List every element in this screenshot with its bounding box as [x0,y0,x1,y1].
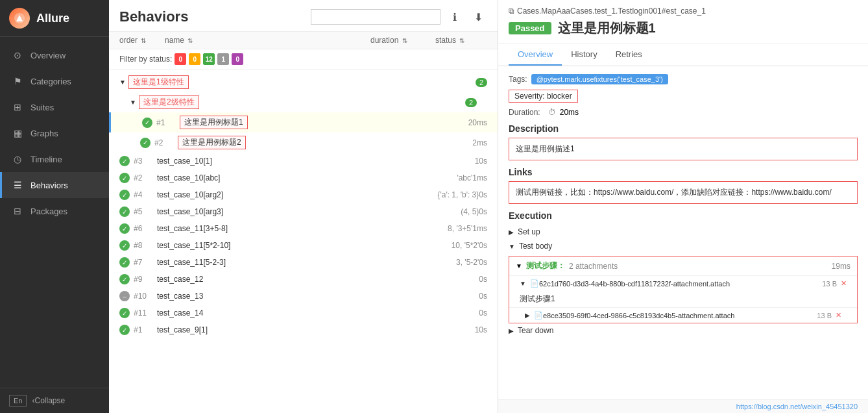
test-item[interactable]: ✓ #3 test_case_10[1] 1 0s [109,153,498,169]
sidebar-item-categories[interactable]: ⚑ Categories [0,68,109,94]
filter-broken[interactable]: 0 [189,53,200,65]
test-item[interactable]: ✓ #1 这里是用例标题1 20ms [109,112,498,132]
attach-name-2: e8ce3509-69f0-4ced-9866-c5c8193dc4b5-att… [543,312,812,319]
testbody-row[interactable]: ▼ Test body [509,239,858,253]
tab-history[interactable]: History [562,44,606,66]
test-duration: 0s [479,258,487,267]
search-input[interactable] [311,9,440,25]
behaviors-icon: ☰ [11,179,24,192]
sidebar-item-timeline[interactable]: ◷ Timeline [0,146,109,172]
attachment-2[interactable]: ▶ 📄 e8ce3509-69f0-4ced-9866-c5c8193dc4b5… [509,307,857,323]
test-item[interactable]: ✓ #4 test_case_10[arg2] {'a': 1, 'b': 3}… [109,186,498,203]
tab-retries[interactable]: Retries [607,44,651,66]
test-param: 8, '3+5' [448,224,472,233]
test-item[interactable]: ✓ #6 test_case_11[3+5-8] 8, '3+5' 1ms [109,220,498,237]
test-duration: 1ms [472,224,487,233]
file-icon: 📄 [534,311,543,319]
chevron-down-icon: ▼ [509,243,515,250]
collapse-button[interactable]: ‹ Collapse [32,396,65,405]
status-icon-pass: ✓ [119,156,130,166]
filter-label: Filter by status: [119,55,172,64]
test-item[interactable]: ✓ #11 test_case_14 0s [109,305,498,321]
execution-section: Execution ▶ Set up ▼ Test body ▼ 测试步骤： 2… [509,210,858,338]
test-name: test_case_9[1] [157,325,471,334]
test-name: test_case_14 [157,308,479,318]
col-duration-header[interactable]: duration ⇅ [370,36,435,45]
table-header: order ⇅ name ⇅ duration ⇅ status ⇅ [109,32,498,49]
test-body-header[interactable]: ▼ 测试步骤： 2 attachments 19ms [509,257,857,275]
description-section: Description 这里是用例描述1 [509,123,858,160]
test-num: #1 [134,325,153,334]
sidebar-item-overview[interactable]: ⊙ Overview [0,42,109,68]
filter-unknown[interactable]: 0 [232,53,243,65]
behaviors-panel: Behaviors ℹ ⬇ order ⇅ name ⇅ duration ⇅ … [109,0,498,413]
info-button[interactable]: ℹ [446,8,464,26]
description-box: 这里是用例描述1 [509,138,858,160]
test-item[interactable]: ✓ #1 test_case_9[1] 1 0s [109,321,498,338]
test-name: 这里是用例标题2 [178,136,472,149]
execution-title: Execution [509,210,858,221]
step-title: 测试步骤： [526,260,565,271]
group-header-1[interactable]: ▼ 这里是1级特性 2 [109,72,498,92]
setup-label: Set up [518,227,540,236]
tag-badge[interactable]: @pytest.mark.usefixtures('test_case_3') [531,74,668,84]
sidebar-item-packages[interactable]: ⊟ Packages [0,198,109,224]
test-item[interactable]: ✓ #2 test_case_10[abc] 'abc' 1ms [109,169,498,186]
sidebar-item-behaviors[interactable]: ☰ Behaviors [0,172,109,198]
status-icon-pass: ✓ [119,274,130,284]
attachment-1[interactable]: ▼ 📄 62c1d760-d3d3-4a4b-880b-cdf11817232f… [509,275,857,291]
test-duration: 1ms [472,173,487,182]
test-item[interactable]: ✓ #2 这里是用例标题2 2ms [109,132,498,153]
filter-passed[interactable]: 12 [203,53,215,65]
test-num: #2 [134,173,153,182]
sidebar-item-suites[interactable]: ⊞ Suites [0,94,109,120]
overview-icon: ⊙ [11,49,24,62]
download-button[interactable]: ⬇ [469,8,487,26]
test-item[interactable]: ✓ #5 test_case_10[arg3] (4, 5) 0s [109,203,498,220]
test-num: #9 [134,275,153,284]
expand-arrow: ▼ [119,79,126,86]
col-name-header[interactable]: name ⇅ [165,36,370,45]
suites-icon: ⊞ [11,101,24,114]
attach-name-1: 62c1d760-d3d3-4a4b-880b-cdf11817232f-att… [539,280,817,288]
test-item[interactable]: – #10 test_case_13 0s [109,288,498,305]
sidebar-item-graphs[interactable]: ▦ Graphs [0,120,109,146]
test-item[interactable]: ✓ #9 test_case_12 0s [109,271,498,288]
sort-arrow-order: ⇅ [141,37,146,44]
group-label-1: 这里是1级特性 [128,75,189,89]
col-status-header[interactable]: status ⇅ [435,36,487,45]
links-section: Links 测试用例链接，比如：https://www.baidu.com/，添… [509,167,858,204]
tags-label: Tags: [509,75,527,84]
status-icon-skip: – [119,291,130,301]
close-icon[interactable]: ✕ [836,311,841,319]
links-box: 测试用例链接，比如：https://www.baidu.com/，添加缺陷对应链… [509,181,858,204]
timeline-icon: ◷ [11,153,24,166]
test-duration: 0s [479,241,487,250]
tab-overview[interactable]: Overview [509,44,562,66]
test-name: test_case_10[abc] [157,173,453,182]
test-param: 3, '5-2' [456,258,479,267]
test-item[interactable]: ✓ #7 test_case_11[5-2-3] 3, '5-2' 0s [109,254,498,271]
teardown-row[interactable]: ▶ Tear down [509,323,858,338]
test-num: #1 [156,118,176,127]
filter-skipped[interactable]: 1 [217,53,229,65]
setup-row[interactable]: ▶ Set up [509,225,858,239]
test-name: 这里是用例标题1 [180,116,468,129]
status-icon-pass: ✓ [119,308,130,318]
status-icon-pass: ✓ [119,190,130,200]
close-icon[interactable]: ✕ [841,279,847,288]
attach-size-1: 13 B [822,280,837,288]
group-count-1: 2 [476,78,487,87]
test-name: test_case_11[3+5-8] [157,224,444,233]
behaviors-header: Behaviors ℹ ⬇ [109,0,498,32]
filter-failed[interactable]: 0 [175,53,186,65]
subgroup-header-1[interactable]: ▼ 这里是2级特性 2 [109,92,498,112]
test-name: test_case_13 [157,292,479,301]
col-order-header[interactable]: order ⇅ [119,36,165,45]
test-num: #2 [154,138,174,147]
test-item[interactable]: ✓ #8 test_case_11[5*2-10] 10, '5*2' 0s [109,237,498,254]
test-num: #4 [134,190,153,199]
detail-tabs: Overview History Retries [498,44,868,66]
test-num: #8 [134,241,153,250]
lang-selector[interactable]: En [9,395,27,407]
